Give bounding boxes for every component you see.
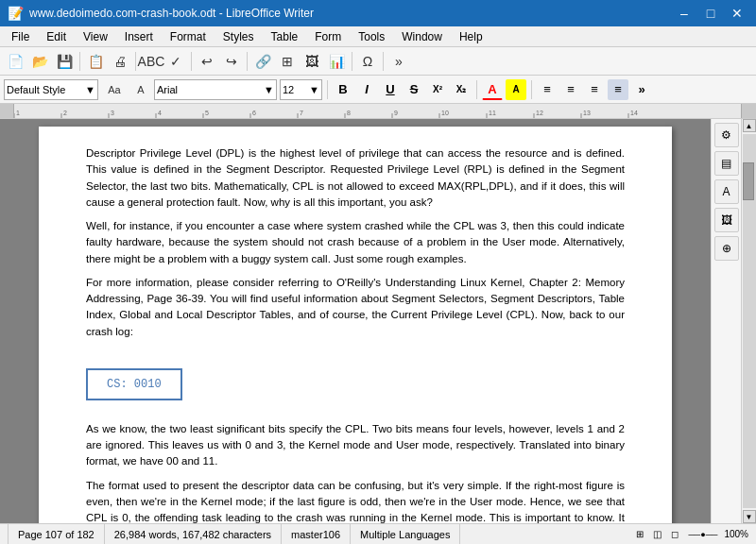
more-button[interactable]: » [387,50,410,73]
close-button[interactable]: ✕ [726,5,748,22]
align-justify-button[interactable]: ≡ [608,79,628,100]
menu-styles[interactable]: Styles [215,28,262,45]
chart-button[interactable]: 📊 [325,50,348,73]
title-bar: 📝 www.dedoimedo.com-crash-book.odt - Lib… [0,0,756,26]
highlight-button[interactable]: A [506,79,526,100]
svg-text:5: 5 [205,110,209,116]
panel-pages-icon[interactable]: ▤ [714,151,739,176]
align-right-button[interactable]: ≡ [584,79,605,100]
svg-text:14: 14 [630,110,638,116]
status-icon-1[interactable]: ⊞ [633,529,646,539]
status-bar: Page 107 of 182 26,984 words, 167,482 ch… [0,523,756,544]
svg-text:1: 1 [16,110,20,116]
menu-edit[interactable]: Edit [39,28,74,45]
menu-table[interactable]: Table [264,28,306,45]
maximize-button[interactable]: □ [699,5,722,22]
toolbar-2: Default Style ▼ Aa A Arial ▼ 12 ▼ B I U … [0,76,756,104]
style-info: master106 [282,524,351,544]
code-box: CS: 0010 [86,368,182,400]
scroll-down-arrow[interactable]: ▼ [743,510,756,523]
redo-button[interactable]: ↪ [220,50,243,73]
svg-text:6: 6 [252,110,256,116]
status-icon-2[interactable]: ◫ [650,529,664,539]
separator-fmt-2 [476,80,477,99]
ruler: 1 2 3 4 5 6 7 8 9 10 11 12 13 1 [0,104,756,119]
menu-help[interactable]: Help [452,28,490,45]
panel-text-icon[interactable]: A [714,179,739,204]
underline-button[interactable]: U [380,79,401,100]
scrollbar-vertical[interactable]: ▲ ▼ [741,119,756,523]
menu-file[interactable]: File [4,28,37,45]
style-dropdown-arrow: ▼ [85,84,95,95]
separator-fmt-1 [327,80,328,99]
minimize-button[interactable]: – [673,5,696,22]
menu-format[interactable]: Format [163,28,214,45]
superscript-button[interactable]: X² [427,79,448,100]
zoom-slider[interactable]: ──●── [685,530,720,539]
strikethrough-button[interactable]: S [404,79,424,100]
panel-zoom-icon[interactable]: ⊕ [714,236,739,261]
svg-text:12: 12 [536,110,543,116]
menu-insert[interactable]: Insert [117,28,161,45]
menu-view[interactable]: View [76,28,115,45]
menu-window[interactable]: Window [394,28,450,45]
open-button[interactable]: 📂 [28,50,51,73]
menu-form[interactable]: Form [307,28,349,45]
save-button[interactable]: 💾 [53,50,76,73]
zoom-level: 100% [724,529,748,539]
separator-6 [383,52,384,71]
title-bar-left: 📝 www.dedoimedo.com-crash-book.odt - Lib… [8,6,314,21]
separator-4 [247,52,248,71]
spellcheck-button[interactable]: ABC [140,50,163,73]
align-center-button[interactable]: ≡ [560,79,581,100]
title-bar-controls[interactable]: – □ ✕ [673,5,748,22]
separator-fmt-3 [531,80,532,99]
svg-text:7: 7 [300,110,303,116]
menu-tools[interactable]: Tools [351,28,392,45]
document-page: Descriptor Privilege Level (DPL) is the … [39,127,672,523]
svg-text:13: 13 [583,110,591,116]
undo-button[interactable]: ↩ [196,50,218,73]
align-left-button[interactable]: ≡ [537,79,558,100]
main-area: Descriptor Privilege Level (DPL) is the … [0,119,756,523]
size-dropdown-arrow: ▼ [309,84,319,95]
document-area[interactable]: Descriptor Privilege Level (DPL) is the … [0,119,711,523]
pdf-button[interactable]: 📋 [84,50,107,73]
style-a-button[interactable]: A [130,78,151,101]
italic-button[interactable]: I [356,79,377,100]
new-button[interactable]: 📄 [4,50,26,73]
subscript-button[interactable]: X₂ [451,79,472,100]
print-button[interactable]: 🖨 [109,50,131,73]
paragraph-2: Well, for instance, if you encounter a c… [86,218,625,267]
scroll-track[interactable] [743,134,756,508]
svg-text:4: 4 [158,110,162,116]
size-dropdown[interactable]: 12 ▼ [280,79,322,100]
bold-button[interactable]: B [333,79,353,100]
svg-text:11: 11 [489,110,496,116]
scroll-up-arrow[interactable]: ▲ [743,119,756,132]
paragraph-3: For more information, please consider re… [86,275,625,340]
style-aa-button[interactable]: Aa [101,78,128,101]
svg-text:10: 10 [441,110,449,116]
scroll-thumb[interactable] [743,162,754,200]
font-color-button[interactable]: A [482,79,503,100]
table-button[interactable]: ⊞ [276,50,299,73]
autocorrect-button[interactable]: ✓ [164,50,187,73]
paragraph-5: The format used to present the descripto… [86,478,625,524]
image-button[interactable]: 🖼 [301,50,323,73]
special-char-button[interactable]: Ω [356,50,379,73]
more-fmt-button[interactable]: » [631,79,652,100]
separator-5 [352,52,352,71]
spacer-1 [86,348,625,357]
status-right-icons: ⊞ ◫ ◻ ──●── 100% [633,529,748,539]
font-dropdown[interactable]: Arial ▼ [154,79,277,100]
hyperlink-button[interactable]: 🔗 [251,50,274,73]
separator-2 [135,52,136,71]
menu-bar: File Edit View Insert Format Styles Tabl… [0,26,756,47]
style-dropdown[interactable]: Default Style ▼ [4,79,98,100]
separator-3 [191,52,192,71]
app-icon: 📝 [8,6,24,21]
panel-settings-icon[interactable]: ⚙ [714,123,739,147]
status-icon-3[interactable]: ◻ [668,529,681,539]
panel-image-icon[interactable]: 🖼 [714,208,739,232]
